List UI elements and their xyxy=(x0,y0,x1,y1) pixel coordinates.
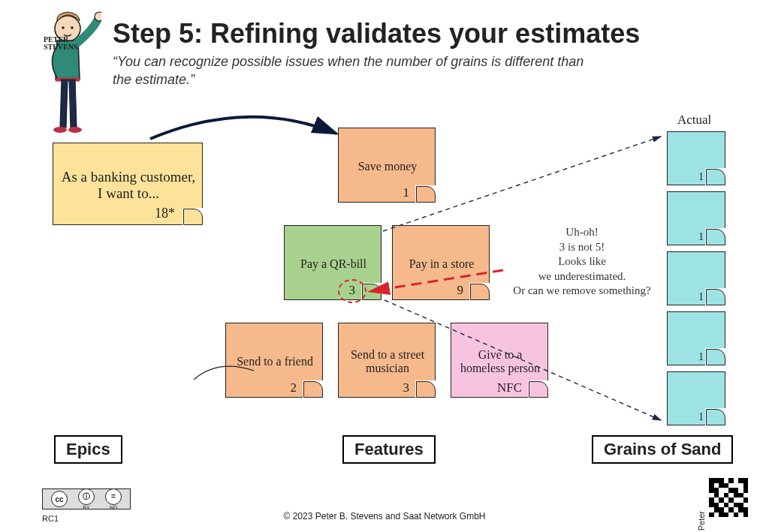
feature-homeless: Give to a homeless person NFC xyxy=(451,323,548,398)
author-illustration: PETER STEVENS xyxy=(30,8,101,135)
grain-value: 1 xyxy=(698,171,704,183)
feature-send-friend: Send to a friend 2 xyxy=(225,323,323,398)
feature-estimate: 9 xyxy=(457,283,464,298)
annotation-uhoh: Uh-oh! 3 is not 5! Looks like we underes… xyxy=(507,225,657,299)
svg-point-4 xyxy=(53,127,67,133)
grain-sticky: 1 xyxy=(667,191,725,245)
nd-label: ND xyxy=(110,505,117,510)
feature-estimate: 3 xyxy=(403,380,410,395)
contact-label: Contact Peter xyxy=(697,511,706,532)
nd-icon: = xyxy=(105,488,122,505)
feature-label: Give to a homeless person xyxy=(457,348,543,375)
svg-point-1 xyxy=(62,26,65,29)
epic-text: As a banking customer, I want to... xyxy=(59,169,198,202)
author-name: PETER STEVENS xyxy=(44,36,101,51)
svg-point-5 xyxy=(68,127,82,133)
feature-label: Send to a friend xyxy=(237,355,313,368)
grain-value: 1 xyxy=(698,291,704,303)
by-label: BY xyxy=(83,505,89,510)
estimate-highlight-circle xyxy=(338,279,366,303)
epic-sticky: As a banking customer, I want to... 18* xyxy=(53,143,203,225)
feature-save-money: Save money 1 xyxy=(338,128,436,203)
svg-point-3 xyxy=(95,12,101,21)
feature-send-musician: Send to a street musician 3 xyxy=(338,323,436,398)
feature-label: Save money xyxy=(358,160,418,173)
feature-label: Send to a street musician xyxy=(345,348,430,375)
grain-value: 1 xyxy=(698,231,704,243)
page-subtitle: “You can recognize possible issues when … xyxy=(113,53,601,89)
feature-label: Pay in a store xyxy=(409,257,475,271)
copyright: © 2023 Peter B. Stevens and Saat Network… xyxy=(0,511,769,521)
grain-value: 1 xyxy=(698,351,704,363)
section-epics: Epics xyxy=(54,435,122,464)
feature-pay-qr: Pay a QR-bill 3 xyxy=(284,225,381,300)
actual-label: Actual xyxy=(677,113,711,128)
page-title: Step 5: Refining validates your estimate… xyxy=(113,18,640,50)
grain-sticky: 1 xyxy=(667,371,725,425)
section-features: Features xyxy=(342,435,436,464)
svg-point-2 xyxy=(71,26,74,29)
feature-estimate: 1 xyxy=(403,185,410,200)
epic-estimate: 18* xyxy=(155,206,175,221)
grain-sticky: 1 xyxy=(667,131,725,185)
by-icon: ⓘ xyxy=(78,488,95,505)
grain-sticky: 1 xyxy=(667,251,725,305)
cc-icon: cc xyxy=(51,491,68,507)
grain-value: 1 xyxy=(698,411,704,423)
feature-label: Pay a QR-bill xyxy=(300,257,366,271)
feature-estimate: 2 xyxy=(291,380,297,395)
qr-code xyxy=(709,478,748,517)
grain-sticky: 1 xyxy=(667,311,725,365)
feature-estimate: NFC xyxy=(497,380,522,395)
feature-pay-store: Pay in a store 9 xyxy=(392,225,490,300)
section-grains: Grains of Sand xyxy=(592,435,733,464)
license-badge: cc ⓘ BY = ND xyxy=(42,488,131,509)
